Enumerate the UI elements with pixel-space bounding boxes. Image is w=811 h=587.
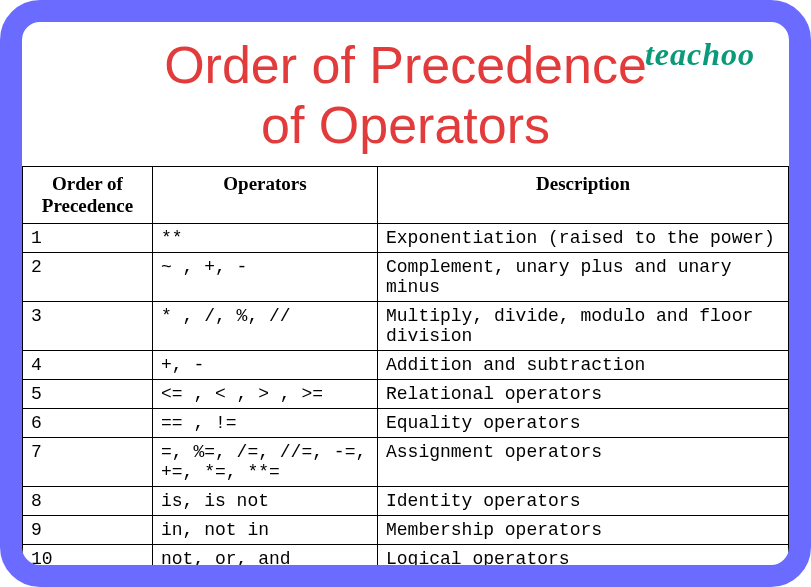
cell-description: Assignment operators — [378, 437, 789, 486]
cell-operators: not, or, and — [153, 544, 378, 573]
cell-order: 10 — [23, 544, 153, 573]
card-container: teachoo Order of Precedence of Operators… — [0, 0, 811, 587]
cell-order: 5 — [23, 379, 153, 408]
table-row: 9in, not inMembership operators — [23, 515, 789, 544]
table-row: 7=, %=, /=, //=, -=, +=, *=, **=Assignme… — [23, 437, 789, 486]
table-row: 5<= , < , > , >=Relational operators — [23, 379, 789, 408]
header-operators: Operators — [153, 166, 378, 223]
cell-operators: == , != — [153, 408, 378, 437]
cell-order: 9 — [23, 515, 153, 544]
cell-operators: is, is not — [153, 486, 378, 515]
cell-operators: ** — [153, 223, 378, 252]
title-line-1: Order of Precedence — [164, 36, 647, 94]
cell-operators: +, - — [153, 350, 378, 379]
cell-operators: ~ , +, - — [153, 252, 378, 301]
title-line-2: of Operators — [22, 96, 789, 156]
cell-order: 8 — [23, 486, 153, 515]
cell-order: 3 — [23, 301, 153, 350]
table-row: 3* , /, %, //Multiply, divide, modulo an… — [23, 301, 789, 350]
table-row: 1**Exponentiation (raised to the power) — [23, 223, 789, 252]
table-row: 10not, or, andLogical operators — [23, 544, 789, 573]
table-row: 4+, -Addition and subtraction — [23, 350, 789, 379]
cell-description: Identity operators — [378, 486, 789, 515]
cell-operators: in, not in — [153, 515, 378, 544]
header-description: Description — [378, 166, 789, 223]
brand-logo: teachoo — [645, 36, 755, 73]
cell-description: Relational operators — [378, 379, 789, 408]
cell-operators: * , /, %, // — [153, 301, 378, 350]
cell-order: 2 — [23, 252, 153, 301]
cell-description: Equality operators — [378, 408, 789, 437]
cell-description: Complement, unary plus and unary minus — [378, 252, 789, 301]
cell-operators: =, %=, /=, //=, -=, +=, *=, **= — [153, 437, 378, 486]
table-row: 2~ , +, -Complement, unary plus and unar… — [23, 252, 789, 301]
cell-order: 7 — [23, 437, 153, 486]
cell-description: Multiply, divide, modulo and floor divis… — [378, 301, 789, 350]
cell-order: 1 — [23, 223, 153, 252]
table-body: 1**Exponentiation (raised to the power)2… — [23, 223, 789, 573]
cell-order: 6 — [23, 408, 153, 437]
header-order: Order of Precedence — [23, 166, 153, 223]
cell-description: Addition and subtraction — [378, 350, 789, 379]
cell-description: Exponentiation (raised to the power) — [378, 223, 789, 252]
cell-description: Membership operators — [378, 515, 789, 544]
precedence-table: Order of Precedence Operators Descriptio… — [22, 166, 789, 574]
table-row: 8is, is notIdentity operators — [23, 486, 789, 515]
cell-order: 4 — [23, 350, 153, 379]
table-header-row: Order of Precedence Operators Descriptio… — [23, 166, 789, 223]
cell-description: Logical operators — [378, 544, 789, 573]
table-row: 6== , !=Equality operators — [23, 408, 789, 437]
cell-operators: <= , < , > , >= — [153, 379, 378, 408]
